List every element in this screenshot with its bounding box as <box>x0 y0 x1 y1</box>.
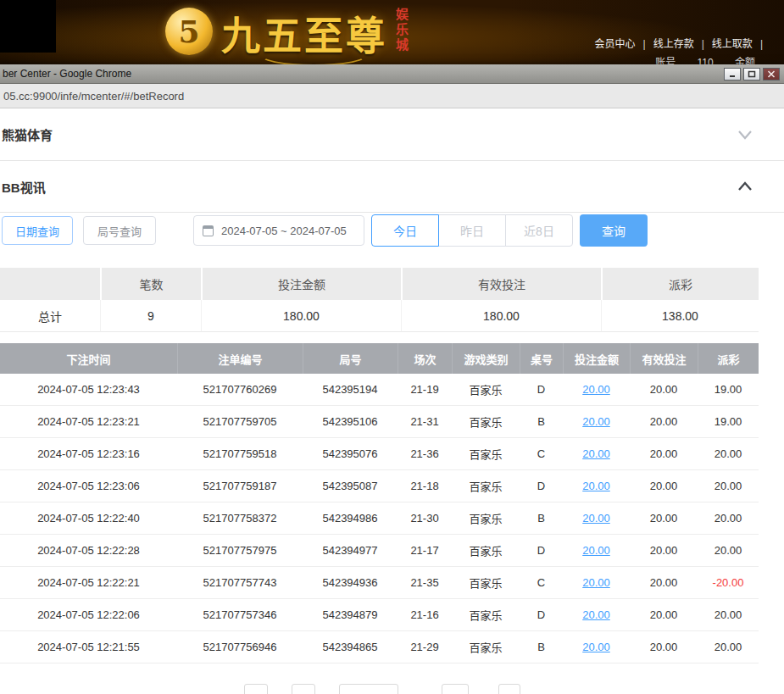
pagination-page-size-select[interactable] <box>339 684 398 694</box>
panel-panda-sports[interactable]: 熊猫体育 <box>0 108 784 161</box>
minimize-button[interactable] <box>724 68 741 81</box>
cell-8: 20.00 <box>698 599 759 631</box>
cell-8: 19.00 <box>698 374 759 406</box>
cell-8: 20.00 <box>698 438 759 470</box>
window-titlebar[interactable]: ber Center - Google Chrome <box>0 64 784 84</box>
summary-count: 9 <box>100 300 201 332</box>
summary-total-row: 总计 9 180.00 180.00 138.00 <box>0 300 759 332</box>
bet-amount-link[interactable]: 20.00 <box>563 599 630 631</box>
cell-3: 21-35 <box>398 567 452 599</box>
bet-amount-link[interactable]: 20.00 <box>563 470 630 502</box>
date-range-input[interactable]: 2024-07-05 ~ 2024-07-05 <box>193 215 364 246</box>
quick-yesterday-button[interactable]: 昨日 <box>438 214 506 247</box>
summary-table: 笔数 投注金额 有效投注 派彩 总计 9 180.00 180.00 138.0… <box>0 268 759 332</box>
date-query-button[interactable]: 日期查询 <box>2 216 73 245</box>
table-row: 2024-07-05 12:22:21521707757743542394936… <box>0 567 759 599</box>
cell-4: 百家乐 <box>452 567 520 599</box>
table-row: 2024-07-05 12:22:40521707758372542394986… <box>0 502 759 535</box>
chevron-up-icon[interactable] <box>737 180 753 192</box>
cell-0: 2024-07-05 12:23:21 <box>0 406 177 438</box>
cell-7: 20.00 <box>630 374 698 406</box>
table-row: 2024-07-05 12:23:43521707760269542395194… <box>0 374 759 406</box>
cell-1: 521707759518 <box>177 438 303 470</box>
summary-corner-cell <box>0 268 100 300</box>
cell-1: 521707759705 <box>177 406 303 438</box>
summary-payout: 138.00 <box>601 300 759 332</box>
cell-5: D <box>520 535 563 567</box>
cell-8: 20.00 <box>698 502 759 535</box>
column-header-4: 游戏类别 <box>452 343 520 374</box>
column-header-0: 下注时间 <box>0 343 177 374</box>
chevron-down-icon[interactable] <box>737 129 753 141</box>
bet-amount-link[interactable]: 20.00 <box>563 406 630 438</box>
cell-8: 20.00 <box>698 470 759 502</box>
pagination-next-button[interactable] <box>498 684 520 694</box>
cell-1: 521707757975 <box>177 535 303 567</box>
window-title: ber Center - Google Chrome <box>3 68 724 80</box>
nav-member-center[interactable]: 会员中心 <box>595 38 636 50</box>
banner-nav: 会员中心|线上存款|线上取款| <box>595 36 770 50</box>
cell-3: 21-17 <box>398 535 452 567</box>
cell-2: 542395076 <box>303 438 398 470</box>
logo-emblem-icon: 5 <box>165 8 213 55</box>
bet-amount-link[interactable]: 20.00 <box>563 374 630 406</box>
cell-0: 2024-07-05 12:21:55 <box>0 631 177 663</box>
cell-7: 20.00 <box>630 631 698 663</box>
cell-5: C <box>520 438 563 470</box>
cell-2: 542394936 <box>303 567 398 599</box>
maximize-icon <box>748 70 756 78</box>
bet-amount-link[interactable]: 20.00 <box>563 631 630 663</box>
quick-today-button[interactable]: 今日 <box>371 214 439 247</box>
cell-8: 20.00 <box>698 631 759 663</box>
cell-0: 2024-07-05 12:23:06 <box>0 470 177 502</box>
summary-header-row: 笔数 投注金额 有效投注 派彩 <box>0 268 759 300</box>
maximize-button[interactable] <box>743 68 760 81</box>
cell-1: 521707759187 <box>177 470 303 502</box>
panel-bb-video[interactable]: BB视讯 <box>0 161 784 213</box>
logo-text: 九五至尊 <box>221 4 387 60</box>
column-header-7: 有效投注 <box>630 343 698 374</box>
panel-title: 熊猫体育 <box>2 125 53 143</box>
bet-amount-link[interactable]: 20.00 <box>563 567 630 599</box>
cell-5: B <box>520 631 563 663</box>
bet-amount-link[interactable]: 20.00 <box>563 438 630 470</box>
address-bar[interactable]: 05.cc:9900/infe/mcenter/#/betRecord <box>0 84 784 108</box>
cell-0: 2024-07-05 12:22:06 <box>0 599 177 631</box>
column-header-3: 场次 <box>398 343 452 374</box>
cell-4: 百家乐 <box>452 470 520 502</box>
summary-bet-amount: 180.00 <box>201 300 401 332</box>
pagination-page-button[interactable] <box>292 684 315 694</box>
cell-7: 20.00 <box>630 535 698 567</box>
cell-5: D <box>520 374 563 406</box>
cell-5: C <box>520 567 563 599</box>
cell-0: 2024-07-05 12:22:28 <box>0 535 177 567</box>
cell-1: 521707760269 <box>177 374 303 406</box>
cell-0: 2024-07-05 12:22:21 <box>0 567 177 599</box>
search-button[interactable]: 查询 <box>580 214 648 247</box>
column-header-8: 派彩 <box>698 343 759 374</box>
summary-header-payout: 派彩 <box>601 268 759 300</box>
cell-2: 542394977 <box>303 535 398 567</box>
cell-2: 542395106 <box>303 406 398 438</box>
cell-2: 542394986 <box>303 502 398 535</box>
bet-amount-link[interactable]: 20.00 <box>563 535 630 567</box>
pagination-prev-button[interactable] <box>244 684 268 694</box>
nav-divider: | <box>760 38 763 50</box>
logo-subtitle: 娱乐城 <box>392 8 410 60</box>
url-text[interactable]: 05.cc:9900/infe/mcenter/#/betRecord <box>3 90 184 103</box>
cell-2: 542395194 <box>303 374 398 406</box>
round-query-button[interactable]: 局号查询 <box>83 216 156 245</box>
bet-amount-link[interactable]: 20.00 <box>563 502 630 535</box>
nav-deposit[interactable]: 线上存款 <box>653 38 694 50</box>
column-header-5: 桌号 <box>520 343 563 374</box>
cell-3: 21-16 <box>398 599 452 631</box>
table-row: 2024-07-05 12:22:28521707757975542394977… <box>0 535 759 567</box>
pagination-jump-input[interactable] <box>442 684 469 694</box>
quick-range-group: 今日 昨日 近8日 <box>371 214 573 247</box>
nav-withdraw[interactable]: 线上取款 <box>712 38 753 50</box>
cell-0: 2024-07-05 12:23:16 <box>0 438 177 470</box>
column-header-1: 注单编号 <box>177 343 303 374</box>
close-button[interactable] <box>763 68 780 81</box>
quick-last8days-button[interactable]: 近8日 <box>505 214 573 247</box>
table-row: 2024-07-05 12:22:06521707757346542394879… <box>0 599 759 631</box>
